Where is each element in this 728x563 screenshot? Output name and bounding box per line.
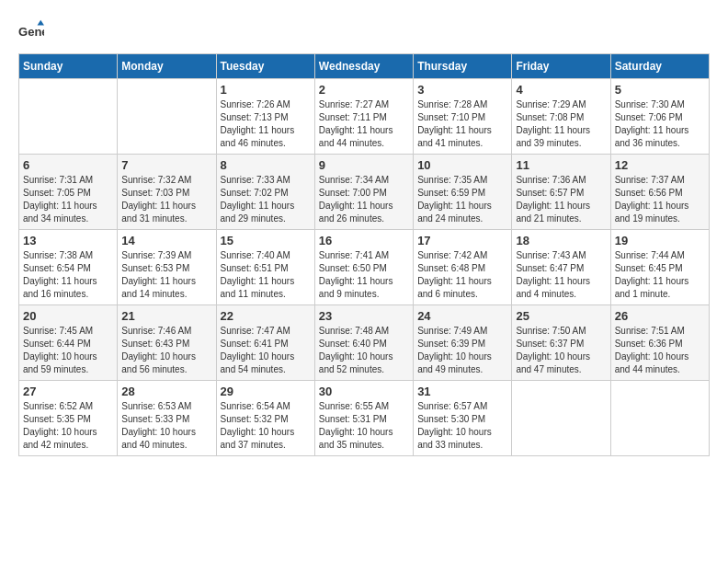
day-number: 11: [516, 158, 606, 172]
day-number: 21: [121, 309, 211, 323]
calendar-cell: 14Sunrise: 7:39 AMSunset: 6:53 PMDayligh…: [118, 230, 216, 305]
day-info: Sunrise: 7:47 AMSunset: 6:41 PMDaylight:…: [221, 325, 311, 376]
calendar-cell: 21Sunrise: 7:46 AMSunset: 6:43 PMDayligh…: [118, 305, 216, 381]
calendar-cell: 9Sunrise: 7:34 AMSunset: 7:00 PMDaylight…: [314, 155, 413, 230]
svg-text:General: General: [18, 25, 44, 39]
day-info: Sunrise: 7:48 AMSunset: 6:40 PMDaylight:…: [319, 325, 409, 376]
calendar-cell: 20Sunrise: 7:45 AMSunset: 6:44 PMDayligh…: [19, 305, 118, 381]
day-info: Sunrise: 7:42 AMSunset: 6:48 PMDaylight:…: [417, 249, 507, 301]
calendar-cell: 31Sunrise: 6:57 AMSunset: 5:30 PMDayligh…: [414, 381, 512, 456]
day-number: 3: [417, 83, 507, 97]
day-info: Sunrise: 6:54 AMSunset: 5:32 PMDaylight:…: [221, 400, 311, 452]
column-header-friday: Friday: [512, 54, 610, 79]
day-number: 27: [23, 385, 113, 398]
calendar-cell: [610, 381, 709, 456]
day-number: 29: [221, 385, 311, 398]
calendar-cell: 29Sunrise: 6:54 AMSunset: 5:32 PMDayligh…: [216, 381, 314, 456]
column-header-thursday: Thursday: [414, 54, 512, 79]
day-info: Sunrise: 7:44 AMSunset: 6:45 PMDaylight:…: [615, 249, 705, 301]
calendar-cell: 12Sunrise: 7:37 AMSunset: 6:56 PMDayligh…: [610, 155, 709, 230]
day-info: Sunrise: 7:31 AMSunset: 7:05 PMDaylight:…: [23, 174, 113, 225]
calendar-cell: 23Sunrise: 7:48 AMSunset: 6:40 PMDayligh…: [314, 305, 413, 381]
calendar-cell: 22Sunrise: 7:47 AMSunset: 6:41 PMDayligh…: [216, 305, 314, 381]
calendar-cell: 27Sunrise: 6:52 AMSunset: 5:35 PMDayligh…: [19, 381, 118, 456]
calendar-cell: 19Sunrise: 7:44 AMSunset: 6:45 PMDayligh…: [610, 230, 709, 305]
logo-icon: General: [18, 18, 44, 44]
calendar-cell: 28Sunrise: 6:53 AMSunset: 5:33 PMDayligh…: [118, 381, 216, 456]
day-info: Sunrise: 6:57 AMSunset: 5:30 PMDaylight:…: [417, 400, 507, 452]
day-number: 16: [319, 234, 409, 247]
day-info: Sunrise: 7:28 AMSunset: 7:10 PMDaylight:…: [417, 98, 507, 150]
day-number: 12: [615, 158, 705, 172]
logo: General: [18, 18, 48, 44]
day-info: Sunrise: 7:40 AMSunset: 6:51 PMDaylight:…: [221, 249, 311, 301]
day-info: Sunrise: 7:36 AMSunset: 6:57 PMDaylight:…: [516, 174, 606, 225]
page-header: General: [18, 18, 710, 44]
day-info: Sunrise: 7:50 AMSunset: 6:37 PMDaylight:…: [516, 325, 606, 376]
day-info: Sunrise: 7:30 AMSunset: 7:06 PMDaylight:…: [615, 98, 705, 150]
calendar-cell: 24Sunrise: 7:49 AMSunset: 6:39 PMDayligh…: [414, 305, 512, 381]
column-header-tuesday: Tuesday: [216, 54, 314, 79]
column-header-sunday: Sunday: [19, 54, 118, 79]
calendar-cell: 30Sunrise: 6:55 AMSunset: 5:31 PMDayligh…: [314, 381, 413, 456]
day-info: Sunrise: 7:37 AMSunset: 6:56 PMDaylight:…: [615, 174, 705, 225]
day-number: 22: [221, 309, 311, 323]
day-info: Sunrise: 7:29 AMSunset: 7:08 PMDaylight:…: [516, 98, 606, 150]
day-number: 1: [221, 83, 311, 97]
day-number: 5: [615, 83, 705, 97]
day-number: 30: [319, 385, 409, 398]
day-number: 31: [417, 385, 507, 398]
calendar-body: 1Sunrise: 7:26 AMSunset: 7:13 PMDaylight…: [19, 79, 710, 456]
day-info: Sunrise: 7:45 AMSunset: 6:44 PMDaylight:…: [23, 325, 113, 376]
calendar-cell: 16Sunrise: 7:41 AMSunset: 6:50 PMDayligh…: [314, 230, 413, 305]
day-number: 9: [319, 158, 409, 172]
day-number: 15: [221, 234, 311, 247]
calendar-cell: 10Sunrise: 7:35 AMSunset: 6:59 PMDayligh…: [414, 155, 512, 230]
calendar-cell: 6Sunrise: 7:31 AMSunset: 7:05 PMDaylight…: [19, 155, 118, 230]
calendar-cell: [19, 79, 118, 155]
column-header-monday: Monday: [118, 54, 216, 79]
day-number: 10: [417, 158, 507, 172]
week-row-4: 20Sunrise: 7:45 AMSunset: 6:44 PMDayligh…: [19, 305, 710, 381]
calendar-cell: 11Sunrise: 7:36 AMSunset: 6:57 PMDayligh…: [512, 155, 610, 230]
calendar-cell: 8Sunrise: 7:33 AMSunset: 7:02 PMDaylight…: [216, 155, 314, 230]
day-number: 18: [516, 234, 606, 247]
day-number: 19: [615, 234, 705, 247]
calendar-cell: [512, 381, 610, 456]
calendar-cell: 4Sunrise: 7:29 AMSunset: 7:08 PMDaylight…: [512, 79, 610, 155]
day-number: 7: [121, 158, 211, 172]
day-info: Sunrise: 7:39 AMSunset: 6:53 PMDaylight:…: [121, 249, 211, 301]
day-number: 2: [319, 83, 409, 97]
calendar-cell: 15Sunrise: 7:40 AMSunset: 6:51 PMDayligh…: [216, 230, 314, 305]
column-header-wednesday: Wednesday: [314, 54, 413, 79]
calendar-cell: 13Sunrise: 7:38 AMSunset: 6:54 PMDayligh…: [19, 230, 118, 305]
calendar-cell: [118, 79, 216, 155]
week-row-2: 6Sunrise: 7:31 AMSunset: 7:05 PMDaylight…: [19, 155, 710, 230]
day-number: 28: [121, 385, 211, 398]
day-info: Sunrise: 7:38 AMSunset: 6:54 PMDaylight:…: [23, 249, 113, 301]
day-info: Sunrise: 7:32 AMSunset: 7:03 PMDaylight:…: [121, 174, 211, 225]
calendar-cell: 17Sunrise: 7:42 AMSunset: 6:48 PMDayligh…: [414, 230, 512, 305]
day-number: 6: [23, 158, 113, 172]
column-header-saturday: Saturday: [610, 54, 709, 79]
calendar-cell: 5Sunrise: 7:30 AMSunset: 7:06 PMDaylight…: [610, 79, 709, 155]
day-number: 14: [121, 234, 211, 247]
calendar-table: SundayMondayTuesdayWednesdayThursdayFrid…: [18, 53, 710, 456]
calendar-cell: 26Sunrise: 7:51 AMSunset: 6:36 PMDayligh…: [610, 305, 709, 381]
day-info: Sunrise: 6:53 AMSunset: 5:33 PMDaylight:…: [121, 400, 211, 452]
day-number: 4: [516, 83, 606, 97]
day-info: Sunrise: 6:55 AMSunset: 5:31 PMDaylight:…: [319, 400, 409, 452]
day-number: 13: [23, 234, 113, 247]
day-number: 20: [23, 309, 113, 323]
day-info: Sunrise: 7:43 AMSunset: 6:47 PMDaylight:…: [516, 249, 606, 301]
week-row-3: 13Sunrise: 7:38 AMSunset: 6:54 PMDayligh…: [19, 230, 710, 305]
calendar-cell: 2Sunrise: 7:27 AMSunset: 7:11 PMDaylight…: [314, 79, 413, 155]
day-number: 17: [417, 234, 507, 247]
week-row-1: 1Sunrise: 7:26 AMSunset: 7:13 PMDaylight…: [19, 79, 710, 155]
column-headers-row: SundayMondayTuesdayWednesdayThursdayFrid…: [19, 54, 710, 79]
day-info: Sunrise: 7:41 AMSunset: 6:50 PMDaylight:…: [319, 249, 409, 301]
svg-marker-1: [38, 20, 44, 26]
day-info: Sunrise: 6:52 AMSunset: 5:35 PMDaylight:…: [23, 400, 113, 452]
day-number: 26: [615, 309, 705, 323]
day-info: Sunrise: 7:27 AMSunset: 7:11 PMDaylight:…: [319, 98, 409, 150]
